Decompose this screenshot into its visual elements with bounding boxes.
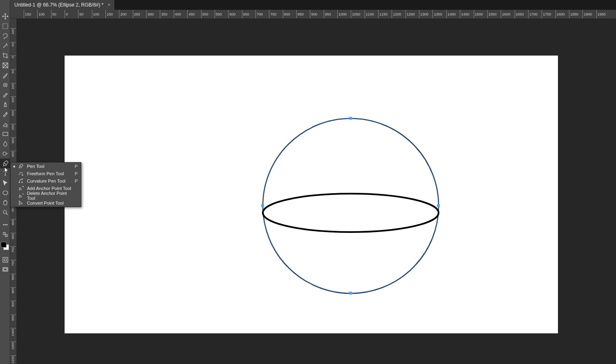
document-tab-bar: Untitled-1 @ 66.7% (Ellipse 2, RGB/8#) *… [10, 0, 616, 10]
flyout-item-label: Pen Tool [27, 164, 72, 169]
type-tool[interactable] [0, 168, 10, 178]
svg-point-6 [3, 210, 7, 214]
convert-point-icon [18, 200, 25, 206]
svg-point-13 [4, 259, 7, 261]
pen-icon [18, 163, 25, 170]
artwork [65, 56, 558, 333]
flyout-item-delete-anchor[interactable]: Delete Anchor Point Tool [11, 192, 81, 199]
frame-tool[interactable] [0, 60, 10, 70]
anchor-point-bottom[interactable] [349, 292, 352, 295]
crop-tool[interactable] [0, 51, 10, 60]
foreground-color-swatch[interactable] [1, 242, 7, 248]
eraser-tool[interactable] [0, 119, 10, 129]
svg-point-7 [3, 224, 4, 225]
pen-tool-flyout: ■Pen ToolPFreeform Pen ToolPCurvature Pe… [10, 162, 81, 207]
workspace [17, 19, 616, 364]
active-indicator: ■ [13, 165, 16, 168]
horizontal-ruler[interactable]: 1501005005010015020025030035040045050055… [10, 10, 616, 19]
svg-point-5 [3, 191, 8, 195]
gradient-tool[interactable] [0, 129, 10, 139]
lasso-tool[interactable] [0, 31, 10, 41]
swap-arrange-icon[interactable] [0, 230, 10, 239]
ellipse-outer-selection [263, 118, 439, 293]
ellipse-outer[interactable] [263, 118, 439, 293]
svg-point-16 [19, 182, 20, 183]
svg-point-4 [3, 152, 6, 155]
canvas[interactable] [65, 56, 558, 333]
flyout-item-shortcut: P [75, 179, 78, 183]
magic-wand-tool[interactable] [0, 41, 10, 51]
svg-rect-0 [3, 24, 8, 29]
flyout-item-label: Add Anchor Point Tool [27, 186, 75, 191]
anchor-point-right[interactable] [437, 204, 440, 207]
svg-point-8 [5, 224, 6, 225]
eyedropper-tool[interactable] [0, 70, 10, 80]
delete-anchor-icon [18, 192, 25, 199]
flyout-item-pen[interactable]: ■Pen ToolP [11, 163, 81, 170]
svg-rect-12 [3, 257, 8, 262]
dodge-tool[interactable] [0, 149, 10, 159]
blur-tool[interactable] [0, 139, 10, 149]
ellipse-equator[interactable] [263, 194, 439, 232]
marquee-tool[interactable] [0, 21, 10, 31]
clone-stamp-tool[interactable] [0, 100, 10, 109]
flyout-item-shortcut: P [75, 164, 78, 169]
shape-tool[interactable] [0, 188, 10, 198]
anchor-point-left[interactable] [261, 204, 264, 207]
flyout-item-label: Curvature Pen Tool [27, 179, 72, 183]
path-selection-tool[interactable] [0, 178, 10, 188]
move-tool[interactable] [0, 11, 10, 21]
brush-tool[interactable] [0, 90, 10, 100]
tools-panel [0, 0, 10, 364]
hand-tool[interactable] [0, 198, 10, 208]
flyout-item-label: Delete Anchor Point Tool [27, 191, 75, 201]
close-icon[interactable]: × [108, 2, 110, 8]
spot-healing-tool[interactable] [0, 80, 10, 90]
quick-mask-icon[interactable] [0, 255, 10, 265]
svg-rect-10 [3, 232, 5, 234]
svg-rect-15 [4, 268, 7, 270]
document-tab-title: Untitled-1 @ 66.7% (Ellipse 2, RGB/8#) * [14, 2, 103, 8]
screen-mode-icon[interactable] [0, 265, 10, 275]
anchor-point-top[interactable] [349, 117, 352, 120]
edit-toolbar-icon[interactable] [0, 220, 10, 230]
flyout-item-shortcut: P [75, 171, 78, 176]
color-swatch[interactable] [0, 241, 10, 252]
svg-point-9 [7, 224, 7, 225]
svg-rect-3 [3, 132, 8, 136]
flyout-item-curvature-pen[interactable]: Curvature Pen ToolP [11, 177, 81, 185]
flyout-item-label: Freeform Pen Tool [27, 171, 72, 176]
svg-rect-11 [5, 234, 7, 237]
svg-point-17 [22, 179, 23, 180]
flyout-item-label: Convert Point Tool [27, 201, 75, 205]
flyout-item-convert-point[interactable]: Convert Point Tool [11, 199, 81, 207]
curvature-pen-icon [18, 178, 25, 184]
add-anchor-icon [18, 185, 25, 192]
freeform-pen-icon [18, 170, 25, 177]
history-brush-tool[interactable] [0, 109, 10, 119]
flyout-item-freeform-pen[interactable]: Freeform Pen ToolP [11, 170, 81, 177]
document-tab[interactable]: Untitled-1 @ 66.7% (Ellipse 2, RGB/8#) *… [10, 0, 114, 10]
pen-tool[interactable] [0, 159, 10, 168]
zoom-tool[interactable] [0, 208, 10, 217]
